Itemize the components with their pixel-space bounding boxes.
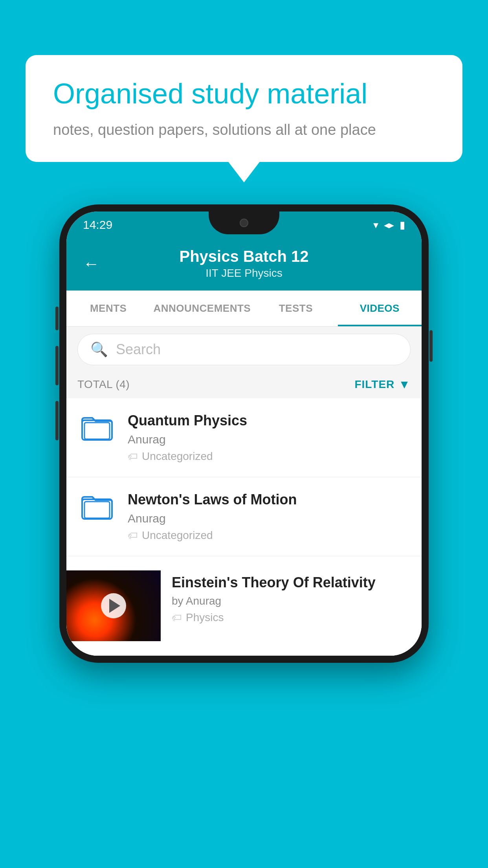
video-author-3: by Anurag — [172, 595, 400, 607]
tag-label-3: Physics — [186, 611, 224, 624]
search-bar[interactable]: 🔍 Search — [77, 334, 411, 365]
video-title-2: Newton's Laws of Motion — [128, 491, 411, 508]
folder-icon — [81, 412, 113, 441]
header-title-group: Physics Batch 12 IIT JEE Physics — [111, 248, 377, 280]
phone-mockup: 14:29 ▾ ◂▸ ▮ ← Physics Batch 12 IIT JEE … — [59, 204, 429, 663]
search-placeholder: Search — [116, 341, 161, 358]
phone-outer: 14:29 ▾ ◂▸ ▮ ← Physics Batch 12 IIT JEE … — [59, 204, 429, 663]
video-tag-2: 🏷 Uncategorized — [128, 529, 411, 542]
tag-icon-2: 🏷 — [128, 530, 138, 542]
bubble-subtitle: notes, question papers, solutions all at… — [53, 121, 435, 138]
volume-silent-button — [55, 307, 59, 330]
list-item[interactable]: Newton's Laws of Motion Anurag 🏷 Uncateg… — [66, 477, 422, 556]
volume-down-button — [55, 401, 59, 440]
tag-label-1: Uncategorized — [142, 450, 213, 463]
list-item[interactable]: Einstein's Theory Of Relativity by Anura… — [66, 556, 422, 656]
speech-bubble-section: Organised study material notes, question… — [26, 55, 462, 162]
signal-icon: ◂▸ — [384, 219, 394, 231]
phone-screen: 14:29 ▾ ◂▸ ▮ ← Physics Batch 12 IIT JEE … — [66, 211, 422, 656]
folder-thumbnail-1 — [77, 412, 117, 441]
tag-icon-1: 🏷 — [128, 451, 138, 463]
tag-label-2: Uncategorized — [142, 529, 213, 542]
tab-announcements[interactable]: ANNOUNCEMENTS — [150, 291, 254, 326]
front-camera — [240, 219, 248, 227]
folder-icon — [81, 491, 113, 520]
tab-tests[interactable]: TESTS — [254, 291, 338, 326]
status-icons: ▾ ◂▸ ▮ — [373, 219, 405, 231]
video-info-1: Quantum Physics Anurag 🏷 Uncategorized — [128, 412, 411, 463]
video-info-2: Newton's Laws of Motion Anurag 🏷 Uncateg… — [128, 491, 411, 542]
filter-button[interactable]: FILTER ▼ — [354, 378, 411, 391]
video-list: Quantum Physics Anurag 🏷 Uncategorized — [66, 398, 422, 656]
power-button — [429, 330, 433, 362]
header-title: Physics Batch 12 — [111, 248, 377, 265]
tabs-bar: MENTS ANNOUNCEMENTS TESTS VIDEOS — [66, 291, 422, 327]
battery-icon: ▮ — [400, 219, 405, 231]
filter-row: TOTAL (4) FILTER ▼ — [66, 372, 422, 398]
video-title-3: Einstein's Theory Of Relativity — [172, 574, 400, 591]
filter-label: FILTER — [354, 378, 394, 391]
video-author-1: Anurag — [128, 433, 411, 446]
play-triangle-icon — [109, 599, 120, 613]
search-bar-container: 🔍 Search — [66, 327, 422, 372]
volume-up-button — [55, 346, 59, 385]
svg-rect-1 — [84, 423, 110, 439]
speech-bubble: Organised study material notes, question… — [26, 55, 462, 162]
play-button[interactable] — [101, 593, 126, 618]
back-button[interactable]: ← — [83, 254, 99, 273]
list-item[interactable]: Quantum Physics Anurag 🏷 Uncategorized — [66, 398, 422, 477]
video-tag-1: 🏷 Uncategorized — [128, 450, 411, 463]
header-subtitle: IIT JEE Physics — [111, 267, 377, 280]
wifi-icon: ▾ — [373, 219, 378, 231]
video-tag-3: 🏷 Physics — [172, 611, 400, 624]
total-label: TOTAL (4) — [77, 378, 130, 391]
video-thumbnail-3 — [66, 570, 161, 641]
video-author-2: Anurag — [128, 512, 411, 525]
notch — [209, 211, 279, 234]
search-icon: 🔍 — [90, 341, 108, 358]
filter-funnel-icon: ▼ — [398, 378, 411, 391]
status-time: 14:29 — [83, 218, 112, 232]
bubble-title: Organised study material — [53, 77, 435, 110]
folder-thumbnail-2 — [77, 491, 117, 520]
tag-icon-3: 🏷 — [172, 612, 182, 624]
tab-videos[interactable]: VIDEOS — [338, 291, 422, 326]
video-title-1: Quantum Physics — [128, 412, 411, 429]
video-info-3: Einstein's Theory Of Relativity by Anura… — [161, 570, 411, 624]
tab-ments[interactable]: MENTS — [66, 291, 150, 326]
svg-rect-3 — [84, 502, 110, 518]
app-header: ← Physics Batch 12 IIT JEE Physics — [66, 238, 422, 291]
